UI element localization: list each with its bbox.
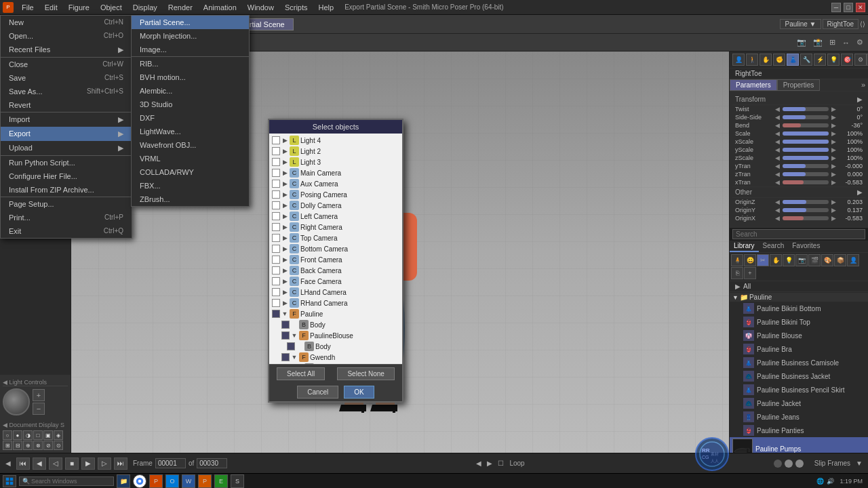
anim-step-forward[interactable]: ⏭: [114, 458, 127, 470]
twist-slider[interactable]: [783, 107, 829, 111]
ytran-inc[interactable]: ▶: [830, 163, 837, 169]
cb-dolly[interactable]: [272, 201, 280, 209]
lib-item-bra[interactable]: 👙Pauline Bra: [730, 342, 868, 356]
camera-btn2[interactable]: 📸: [811, 38, 825, 47]
maximize-btn[interactable]: □: [844, 3, 853, 12]
anim-play-back[interactable]: ◁: [49, 458, 62, 470]
xtran-slider[interactable]: [783, 180, 829, 184]
lib-group-pauline-header[interactable]: ▼ 📁 Pauline: [730, 293, 868, 302]
loop-check[interactable]: ☐: [498, 460, 504, 467]
search-windows-input[interactable]: [31, 478, 111, 485]
expand-icon[interactable]: ⟨⟩: [860, 20, 865, 28]
bend-inc[interactable]: ▶: [830, 122, 837, 129]
xtran-inc[interactable]: ▶: [830, 179, 837, 186]
tree-pauline-body[interactable]: B Body: [271, 319, 401, 330]
tree-pauline-blouse[interactable]: ▼ F PaulineBlouse: [271, 330, 401, 341]
lib-icon-anim[interactable]: 🎬: [808, 254, 821, 266]
disp-btn-4[interactable]: □: [33, 430, 43, 440]
sideside-inc[interactable]: ▶: [830, 114, 837, 121]
anim-next-frame[interactable]: ▷: [98, 458, 111, 470]
export-collada[interactable]: COLLADA/RWY: [132, 165, 249, 179]
yscale-slider[interactable]: [783, 148, 829, 152]
tree-rhand-camera[interactable]: ▶ C RHand Camera: [271, 298, 401, 308]
twist-inc[interactable]: ▶: [830, 106, 837, 113]
menu-save-as[interactable]: Save As...Shift+Ctrl+S: [1, 85, 132, 98]
cb-light2[interactable]: [272, 147, 280, 155]
tree-main-camera[interactable]: ▶ C Main Camera: [271, 167, 401, 178]
ztran-dec[interactable]: ◀: [774, 171, 781, 178]
cb-aux-camera[interactable]: [272, 180, 280, 188]
other-expand[interactable]: ▶: [857, 188, 863, 196]
menu-object[interactable]: Object: [95, 2, 127, 13]
lib-icon-hand[interactable]: ✋: [770, 254, 782, 266]
parameters-tab[interactable]: Parameters: [730, 79, 777, 91]
menu-animation[interactable]: Animation: [198, 2, 242, 13]
minimize-btn[interactable]: ─: [831, 3, 841, 12]
cb-pauline-body[interactable]: [281, 321, 290, 329]
menu-edit[interactable]: Edit: [39, 2, 63, 13]
cb-blouse-body[interactable]: [287, 342, 295, 350]
lib-item-pencil-skirt[interactable]: 👗Pauline Business Pencil Skirt: [730, 383, 868, 396]
lib-item-blouse[interactable]: 👘Pauline Blouse: [730, 329, 868, 342]
volume-icon[interactable]: 🔊: [827, 478, 834, 485]
tree-back-camera[interactable]: ▶ C Back Camera: [271, 265, 401, 276]
arrow-btn[interactable]: ↔: [840, 39, 852, 47]
cb-face-camera[interactable]: [272, 277, 280, 285]
tree-left-camera[interactable]: ▶ C Left Camera: [271, 211, 401, 222]
right-icon-6[interactable]: 🔧: [800, 54, 812, 66]
taskbar-outlook[interactable]: O: [165, 474, 179, 488]
right-icon-9[interactable]: 🎯: [841, 54, 853, 66]
originx-inc[interactable]: ▶: [830, 215, 837, 222]
lib-icon-prop[interactable]: 📦: [834, 254, 846, 266]
taskbar-app6[interactable]: E: [214, 474, 228, 488]
lib-icon-hair[interactable]: ✂: [757, 254, 769, 266]
disp-btn-3[interactable]: ◑: [23, 430, 33, 440]
view-selector[interactable]: RightToe: [823, 19, 859, 29]
menu-export[interactable]: Export▶: [1, 127, 132, 141]
originx-slider[interactable]: [783, 216, 829, 220]
menu-upload[interactable]: Upload▶: [1, 141, 132, 155]
anim-step-back[interactable]: ⏮: [16, 458, 30, 470]
scale-dec[interactable]: ◀: [774, 130, 781, 137]
disp-btn-10[interactable]: ⊗: [33, 441, 43, 450]
right-icon-3[interactable]: ✋: [760, 54, 772, 66]
taskbar-poser[interactable]: P: [149, 474, 163, 488]
network-icon[interactable]: 🌐: [816, 478, 824, 485]
ztran-slider[interactable]: [783, 172, 829, 176]
tree-dolly-camera[interactable]: ▶ C Dolly Camera: [271, 200, 401, 211]
zscale-inc[interactable]: ▶: [830, 155, 837, 161]
frame-dot-1[interactable]: [774, 460, 782, 468]
camera-selector[interactable]: Pauline ▼: [780, 19, 821, 29]
taskbar-app5[interactable]: P: [198, 474, 212, 488]
menu-configure[interactable]: Configure Hier File...: [1, 169, 132, 183]
taskbar-chrome[interactable]: [133, 474, 146, 488]
lib-icon-figure[interactable]: 👤: [847, 254, 859, 266]
export-wavefront[interactable]: Wavefront OBJ...: [132, 138, 249, 152]
cb-posing-camera[interactable]: [272, 190, 280, 199]
disp-btn-7[interactable]: ⊞: [3, 441, 12, 450]
ztran-inc[interactable]: ▶: [830, 171, 837, 178]
disp-btn-11[interactable]: ⊘: [43, 441, 53, 450]
menu-help[interactable]: Help: [313, 2, 340, 13]
right-icon-7[interactable]: ⚡: [814, 54, 826, 66]
tree-light3[interactable]: ▶ L Light 3: [271, 157, 401, 167]
export-fbx[interactable]: FBX...: [132, 179, 249, 192]
lib-item-business-camisole[interactable]: 👗Pauline Business Camisole: [730, 356, 868, 369]
grid-btn[interactable]: ⊞: [827, 38, 837, 47]
xtran-dec[interactable]: ◀: [774, 179, 781, 186]
bend-slider[interactable]: [783, 123, 829, 127]
cb-pauline[interactable]: [272, 310, 280, 318]
export-alembic[interactable]: Alembic...: [132, 84, 249, 98]
disp-btn-5[interactable]: ▣: [43, 430, 53, 440]
originz-inc[interactable]: ▶: [830, 199, 837, 205]
lib-item-panties[interactable]: 👙Pauline Panties: [730, 424, 868, 437]
right-icon-5[interactable]: 👗: [787, 54, 799, 66]
ok-btn[interactable]: OK: [344, 386, 374, 399]
tree-face-camera[interactable]: ▶ C Face Camera: [271, 276, 401, 287]
export-zbrush[interactable]: ZBrush...: [132, 192, 249, 206]
lib-icon-face[interactable]: 😀: [744, 254, 756, 266]
ytran-dec[interactable]: ◀: [774, 163, 781, 169]
start-btn[interactable]: [3, 475, 16, 487]
favorites-tab[interactable]: Favorites: [788, 241, 824, 252]
tree-aux-camera[interactable]: ▶ C Aux Camera: [271, 178, 401, 189]
